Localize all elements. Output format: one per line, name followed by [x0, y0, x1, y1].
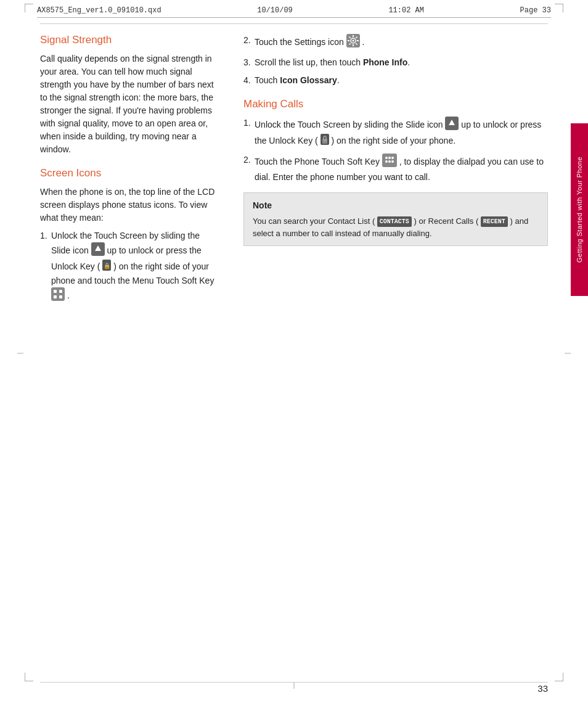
- note-text: You can search your Contact List ( CONTA…: [253, 215, 539, 239]
- unlock-key-icon-right: [321, 134, 329, 149]
- header-filename: AX8575_Eng_ver1.0_091010.qxd: [37, 6, 161, 15]
- item-text-1: Unlock the Touch Screen by sliding the S…: [51, 229, 219, 305]
- svg-point-28: [391, 157, 394, 159]
- right-item-4: 4. Touch Icon Glossary.: [243, 74, 548, 87]
- right-item-2-num: 2.: [243, 34, 255, 47]
- svg-rect-7: [54, 295, 57, 298]
- corner-mark-tr: [555, 4, 563, 12]
- svg-rect-4: [51, 287, 65, 301]
- svg-rect-23: [322, 139, 327, 144]
- header-time: 11:02 AM: [388, 6, 424, 15]
- note-title: Note: [253, 199, 539, 212]
- side-mark-right: [565, 353, 571, 353]
- making-calls-item-2-num: 2.: [243, 154, 255, 166]
- header-page-label: Page 33: [520, 6, 551, 15]
- note-box: Note You can search your Contact List ( …: [243, 192, 548, 246]
- right-column: 2. Touch the Settings icon: [231, 34, 548, 672]
- svg-point-29: [385, 160, 388, 163]
- slide-up-icon-left: [91, 242, 105, 260]
- page-container: AX8575_Eng_ver1.0_091010.qxd 10/10/09 11…: [0, 0, 588, 706]
- item-num-1: 1.: [40, 229, 51, 242]
- screen-icons-heading: Screen Icons: [40, 167, 219, 179]
- corner-mark-br: [555, 673, 563, 681]
- making-calls-item-2: 2. Touch the Phone Touch Soft Key: [243, 154, 548, 184]
- svg-point-30: [388, 160, 391, 163]
- svg-point-31: [391, 160, 394, 163]
- svg-rect-5: [54, 290, 57, 293]
- making-calls-heading: Making Calls: [243, 98, 548, 110]
- svg-rect-6: [59, 290, 62, 293]
- corner-mark-bl: [25, 673, 33, 681]
- signal-strength-body: Call quality depends on the signal stren…: [40, 52, 219, 156]
- header-date: 10/10/09: [257, 6, 293, 15]
- making-calls-item-1-text: Unlock the Touch Screen by sliding the S…: [255, 117, 548, 149]
- page-number: 33: [537, 683, 548, 694]
- corner-mark-tl: [25, 4, 33, 12]
- svg-point-27: [388, 157, 391, 159]
- making-calls-item-1-num: 1.: [243, 117, 255, 129]
- header-bar: AX8575_Eng_ver1.0_091010.qxd 10/10/09 11…: [37, 6, 551, 18]
- svg-point-11: [352, 40, 354, 42]
- recent-badge: RECENT: [481, 216, 508, 227]
- divider-top: [40, 23, 548, 24]
- left-column: Signal Strength Call quality depends on …: [40, 34, 231, 672]
- menu-icon-left: [51, 287, 65, 305]
- right-item-4-text: Touch Icon Glossary.: [255, 74, 548, 87]
- signal-strength-heading: Signal Strength: [40, 34, 219, 46]
- icon-glossary-bold: Icon Glossary: [280, 75, 337, 85]
- phone-dialpad-icon: [382, 154, 397, 171]
- slide-up-icon-right: [445, 117, 459, 134]
- unlock-key-icon-left: 🔒: [102, 260, 111, 274]
- settings-icon: [346, 34, 360, 51]
- bottom-mark: [294, 683, 295, 689]
- svg-point-26: [385, 157, 388, 159]
- making-calls-item-1: 1. Unlock the Touch Screen by sliding th…: [243, 117, 548, 149]
- contacts-badge: CONTACTS: [377, 216, 412, 227]
- side-tab: Getting Started with Your Phone: [571, 123, 588, 296]
- right-item-3-text: Scroll the list up, then touch Phone Inf…: [255, 56, 548, 69]
- screen-icons-body: When the phone is on, the top line of th…: [40, 186, 219, 224]
- phone-info-bold: Phone Info: [363, 57, 407, 67]
- svg-text:🔒: 🔒: [104, 262, 111, 269]
- right-item-3-num: 3.: [243, 56, 255, 69]
- making-calls-item-2-text: Touch the Phone Touch Soft Key , to d: [255, 154, 548, 184]
- right-item-2: 2. Touch the Settings icon: [243, 34, 548, 51]
- right-item-3: 3. Scroll the list up, then touch Phone …: [243, 56, 548, 69]
- right-item-2-text: Touch the Settings icon: [255, 34, 548, 51]
- screen-icons-item-1: 1. Unlock the Touch Screen by sliding th…: [40, 229, 219, 305]
- right-item-4-num: 4.: [243, 74, 255, 87]
- svg-rect-8: [59, 295, 62, 298]
- content-area: Signal Strength Call quality depends on …: [40, 34, 548, 672]
- side-mark-left: [17, 353, 23, 353]
- divider-bottom: [40, 682, 548, 683]
